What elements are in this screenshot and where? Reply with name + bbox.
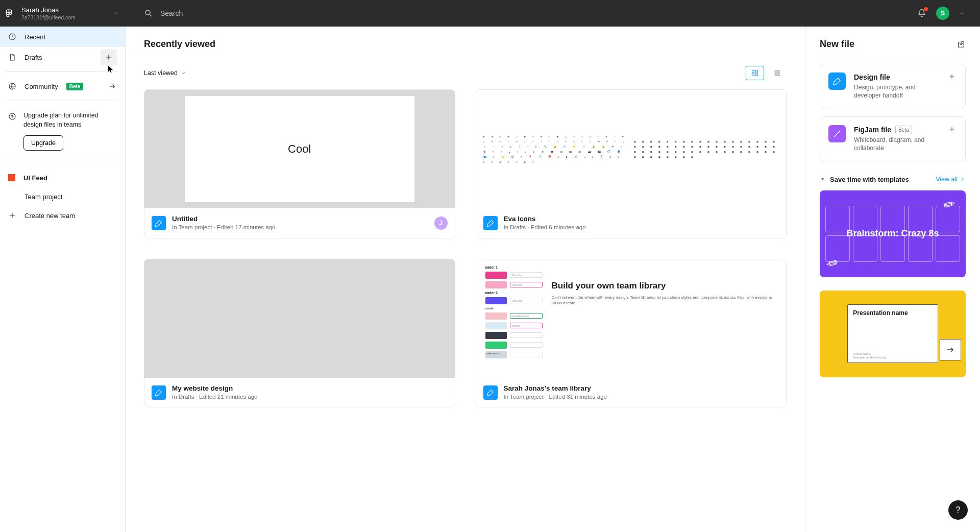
file-footer: Sarah Jonas's team library In Team proje… (476, 378, 787, 407)
arrow-right-icon (940, 339, 961, 360)
right-panel-header: New file (820, 39, 966, 50)
sidebar: Recent Drafts Community Beta (0, 27, 126, 532)
file-title: Sarah Jonas's team library (504, 384, 779, 393)
sidebar-item-label: Community (24, 83, 58, 90)
sort-label: Last viewed (144, 69, 178, 77)
plus-icon (105, 53, 113, 61)
file-title: My website design (172, 384, 448, 393)
new-figjam-file-card[interactable]: FigJam file Beta Whiteboard, diagram, an… (820, 116, 966, 161)
topbar-center (126, 9, 917, 18)
new-draft-button[interactable] (101, 49, 117, 65)
sidebar-project[interactable]: Team project (0, 188, 125, 205)
file-icon (8, 53, 16, 61)
templates-header: Save time with templates View all (820, 176, 966, 183)
divider (6, 101, 119, 101)
view-toggle (746, 66, 787, 80)
arrow-up-circle-icon (8, 112, 16, 120)
topbar-right: S (917, 7, 980, 20)
file-meta: In Team project · Edited 31 minutes ago (504, 393, 779, 401)
chevron-down-icon[interactable] (111, 9, 120, 18)
right-panel: New file Design file Design, prototype, … (805, 27, 980, 532)
file-card[interactable]: Cool Untitled In Team project · Edited 1… (144, 89, 455, 238)
file-title: Eva Icons (504, 214, 779, 224)
list-view-button[interactable] (768, 66, 787, 80)
divider (6, 71, 119, 72)
new-design-file-card[interactable]: Design file Design, prototype, and devel… (820, 64, 966, 108)
file-card[interactable]: ◐ ◑ ◒ ◓ ○ ● ◇ ◆ □ ■ △ ▽ ▷ ◁ ☆ ★ ♡ ♥ ⌂ ⌘ … (476, 89, 787, 238)
help-button[interactable]: ? (948, 500, 968, 520)
figjam-file-icon (828, 125, 846, 142)
design-file-icon (828, 72, 846, 90)
globe-icon (8, 82, 16, 90)
sidebar-item-recent[interactable]: Recent (0, 27, 125, 47)
grid-view-button[interactable] (746, 66, 764, 80)
layout: Recent Drafts Community Beta (0, 27, 980, 532)
file-thumbnail: Cool (144, 90, 455, 208)
divider (6, 163, 119, 163)
project-name: Team project (24, 193, 62, 201)
svg-rect-8 (755, 74, 757, 76)
thumbnail-text: Cool (185, 96, 414, 203)
file-meta: In Drafts · Edited 21 minutes ago (172, 393, 448, 401)
svg-rect-5 (752, 70, 754, 72)
list-icon (773, 69, 781, 77)
file-thumbnail (144, 259, 455, 378)
plus-icon (948, 72, 957, 82)
grid-icon (751, 69, 759, 77)
team-name: UI Feed (23, 174, 47, 182)
sidebar-item-drafts[interactable]: Drafts (0, 47, 125, 67)
sidebar-team[interactable]: UI Feed (0, 167, 125, 188)
create-team-label: Create new team (24, 212, 75, 220)
upgrade-text: Upgrade plan for unlimited design files … (23, 112, 99, 128)
sidebar-create-team[interactable]: Create new team (0, 205, 125, 226)
template-card-brainstorm[interactable]: ✐ ✐ Brainstorm: Crazy 8s (820, 190, 966, 277)
template-title: Brainstorm: Crazy 8s (846, 228, 939, 239)
notifications-button[interactable] (917, 8, 927, 18)
main: Recently viewed Last viewed (126, 27, 980, 532)
search-input[interactable] (160, 9, 917, 17)
file-grid: Cool Untitled In Team project · Edited 1… (144, 89, 787, 407)
controls-row: Last viewed (144, 66, 787, 80)
file-thumbnail: ◐ ◑ ◒ ◓ ○ ● ◇ ◆ □ ■ △ ▽ ▷ ◁ ☆ ★ ♡ ♥ ⌂ ⌘ … (476, 90, 787, 208)
file-title: Untitled (172, 214, 428, 224)
new-file-title: FigJam file (854, 125, 891, 135)
file-meta: In Drafts · Edited 6 minutes ago (504, 224, 779, 232)
template-author-role: Designer at TeamLibrary (853, 356, 886, 359)
file-card[interactable]: My website design In Drafts · Edited 21 … (144, 259, 455, 408)
design-file-icon (152, 385, 166, 400)
sort-dropdown[interactable]: Last viewed (144, 69, 187, 77)
view-all-link[interactable]: View all (936, 176, 966, 183)
design-file-icon (483, 385, 498, 400)
beta-badge: Beta (895, 126, 912, 135)
chevron-down-icon (181, 70, 186, 76)
file-footer: My website design In Drafts · Edited 21 … (144, 378, 455, 407)
arrow-right-icon (108, 82, 117, 91)
page-title: Recently viewed (144, 39, 787, 50)
file-footer: Untitled In Team project · Edited 17 min… (144, 208, 455, 238)
figma-logo-icon[interactable] (5, 9, 14, 18)
search-icon (144, 9, 153, 18)
file-footer: Eva Icons In Drafts · Edited 6 minutes a… (476, 208, 787, 238)
account-switcher[interactable]: Sarah Jonas 2a73181f@uifeed.com (21, 6, 111, 20)
sidebar-item-label: Recent (24, 33, 117, 41)
import-button[interactable] (957, 40, 966, 49)
template-card-presentation[interactable]: Presentation name Author Name Designer a… (820, 291, 966, 377)
new-file-desc: Whiteboard, diagram, and collaborate (854, 136, 940, 152)
user-name: Sarah Jonas (21, 6, 111, 14)
upgrade-button[interactable]: Upgrade (23, 135, 63, 151)
chevron-down-icon[interactable] (959, 10, 965, 16)
beta-badge: Beta (66, 83, 84, 90)
user-avatar[interactable]: S (936, 7, 949, 20)
upgrade-banner: Upgrade plan for unlimited design files … (0, 105, 125, 159)
file-card[interactable]: eader 1 TestColor TestColor eader 2 Test… (476, 259, 787, 408)
thumbnail-body: Don't reinvent the wheel with every desi… (552, 295, 777, 306)
sidebar-item-label: Drafts (24, 54, 92, 61)
plus-icon (948, 125, 957, 134)
svg-rect-6 (755, 70, 757, 72)
caret-down-icon[interactable] (820, 176, 826, 182)
file-thumbnail: eader 1 TestColor TestColor eader 2 Test… (476, 259, 787, 378)
templates-heading: Save time with templates (830, 176, 909, 183)
sidebar-item-community[interactable]: Community Beta (0, 76, 125, 96)
chevron-right-icon (960, 176, 966, 182)
clock-icon (8, 33, 16, 41)
